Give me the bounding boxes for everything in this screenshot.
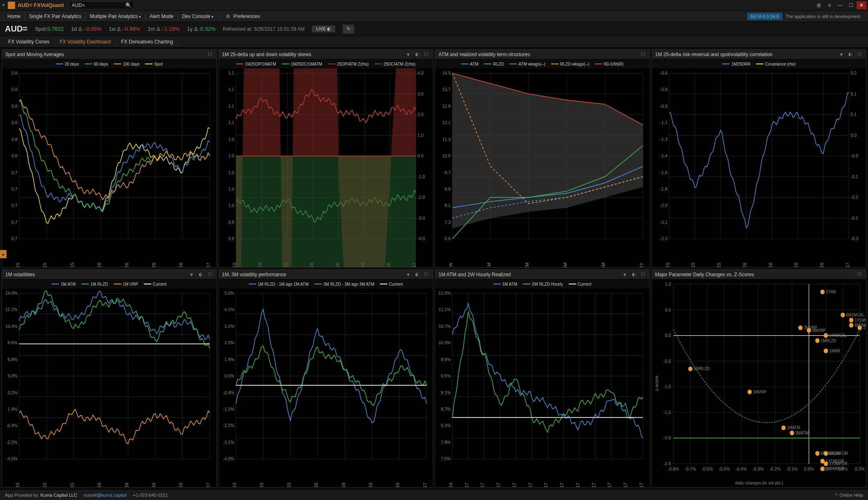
help-icon[interactable]: ? xyxy=(834,493,837,498)
link-icon[interactable]: ⚭ xyxy=(2,2,5,8)
svg-text:-0.5: -0.5 xyxy=(663,358,670,364)
menu-single-fx-pair-analytics[interactable]: Single FX Pair Analytics xyxy=(25,12,86,21)
maximize-panel-icon[interactable]: ☐ xyxy=(640,271,646,278)
svg-point-342 xyxy=(747,389,751,394)
svg-text:0.7: 0.7 xyxy=(11,219,18,225)
legend: 1M ATM2W RLZD HourlyCurrent xyxy=(435,280,650,289)
svg-text:7.9%: 7.9% xyxy=(441,439,451,445)
chart-body[interactable]: 1.00.50.0-0.5-1.0-1.5-2.0-2.5-0.8%-0.7%-… xyxy=(652,280,866,487)
tab-fx-volatility-dashboard[interactable]: FX Volatility Dashboard xyxy=(55,37,116,47)
filter-icon[interactable]: ▼ xyxy=(189,271,195,278)
svg-text:01-Dec 15: 01-Dec 15 xyxy=(70,262,74,267)
panel-title: Spot and Moving Averages xyxy=(5,52,207,57)
svg-text:13-Jan 17: 13-Jan 17 xyxy=(480,482,485,487)
svg-text:11.1%: 11.1% xyxy=(439,307,451,312)
panel-2: ATM and realized volatility term-structu… xyxy=(435,49,650,268)
svg-text:-0.3: -0.3 xyxy=(850,236,858,241)
svg-text:-2.5: -2.5 xyxy=(663,461,670,466)
maximize-panel-icon[interactable]: ☐ xyxy=(423,51,429,58)
chevron-down-icon: ▾ xyxy=(211,15,214,19)
online-help-link[interactable]: Online Help xyxy=(840,493,863,498)
legend-item: 1M VRP xyxy=(114,282,138,286)
toggle-icon[interactable]: ◐ xyxy=(198,271,204,278)
chart-body[interactable]: 0.80.80.80.80.80.80.70.70.70.70.704-Jun … xyxy=(2,68,216,267)
filter-icon[interactable]: ▼ xyxy=(838,51,845,58)
chart-body[interactable]: 11.5%11.1%10.7%10.3%9.9%9.5%9.1%8.7%8.3%… xyxy=(435,289,650,487)
svg-text:1.4%: 1.4% xyxy=(224,357,234,362)
svg-text:2.0: 2.0 xyxy=(417,112,423,117)
search-input[interactable] xyxy=(72,2,125,8)
tab-fx-volatility-cones[interactable]: FX Volatility Cones xyxy=(3,37,55,47)
legend: 1M ATM1M RLZD1M VRPCurrent xyxy=(2,280,216,289)
minimize-button[interactable]: — xyxy=(835,1,845,9)
live-badge[interactable]: LIVE ◐ xyxy=(312,25,335,32)
chart-body[interactable]: 5.0%4.1%3.2%2.3%1.4%0.5%-0.4%-1.3%-2.2%-… xyxy=(219,289,433,487)
panel-header: 1M 25-delta risk-reversal and spot/volat… xyxy=(652,50,866,59)
svg-point-346 xyxy=(790,431,794,436)
svg-text:06-Jan 17: 06-Jan 17 xyxy=(464,482,469,487)
refresh-button[interactable]: ↻ xyxy=(343,25,354,34)
svg-text:29-May 16: 29-May 16 xyxy=(124,262,129,267)
chart-body[interactable]: -0.6-0.8-0.9-1.1-1.3-1.4-1.6-1.8-2.0-2.1… xyxy=(652,68,866,267)
toggle-icon[interactable]: ◐ xyxy=(847,51,854,58)
svg-text:daily changes (in vol pts.): daily changes (in vol pts.) xyxy=(735,480,783,486)
svg-point-324 xyxy=(849,318,853,323)
contact-email[interactable]: russell@kuma.capital xyxy=(84,493,127,498)
maximize-panel-icon[interactable]: ☐ xyxy=(856,271,863,278)
svg-text:3.0: 3.0 xyxy=(417,91,423,96)
legend-item: 25DC/ATM Z(rhs) xyxy=(375,62,416,66)
tab-fx-derivatives-charting[interactable]: FX Derivatives Charting xyxy=(116,37,178,47)
svg-point-356 xyxy=(820,466,824,471)
svg-text:1.0: 1.0 xyxy=(417,132,423,138)
close-button[interactable]: ✕ xyxy=(857,1,866,9)
svg-text:0.7: 0.7 xyxy=(11,186,18,191)
toggle-icon[interactable]: ◐ xyxy=(414,51,420,58)
legend-item: ATM xyxy=(461,62,478,66)
search-icon[interactable]: 🔍 xyxy=(125,2,132,8)
svg-text:0.8: 0.8 xyxy=(11,136,18,142)
chart-body[interactable]: 1.11.11.11.11.01.01.01.01.00.90.94.03.02… xyxy=(219,68,433,267)
panel-5: 1M, 3M volatility performance ▼◐☐ 1M RLZ… xyxy=(218,269,434,488)
expand-handle[interactable]: ▸ xyxy=(0,250,7,258)
preferences-menu[interactable]: ⚙ Preferences xyxy=(222,12,264,21)
maximize-panel-icon[interactable]: ☐ xyxy=(207,51,213,58)
svg-text:0.9: 0.9 xyxy=(228,236,234,241)
legend-item: 60 days xyxy=(85,62,108,66)
maximize-button[interactable]: ☐ xyxy=(846,1,856,9)
svg-text:8.6%: 8.6% xyxy=(8,340,18,345)
filter-icon[interactable]: ▼ xyxy=(405,271,411,278)
statsbar: AUD= Spot:0.7622 1d Δ :-0.05% 1w Δ :-0.9… xyxy=(0,22,868,36)
svg-point-338 xyxy=(823,348,827,353)
svg-text:1.1: 1.1 xyxy=(228,103,234,109)
filter-icon[interactable]: ▼ xyxy=(622,271,628,278)
toggle-icon[interactable]: ◐ xyxy=(414,271,420,278)
svg-text:4.0: 4.0 xyxy=(417,70,423,76)
menu-dev-console[interactable]: Dev Console▾ xyxy=(178,12,218,21)
maximize-panel-icon[interactable]: ☐ xyxy=(423,271,429,278)
svg-text:-0.7%: -0.7% xyxy=(684,466,695,471)
svg-text:17-Feb 17: 17-Feb 17 xyxy=(560,482,564,487)
maximize-panel-icon[interactable]: ☐ xyxy=(207,271,213,278)
svg-text:7.3: 7.3 xyxy=(445,219,451,225)
maximize-panel-icon[interactable]: ☐ xyxy=(856,51,863,58)
legend-item: 1M RLZD - 1M ago 1M ATM xyxy=(249,282,309,286)
toggle-icon[interactable]: ◐ xyxy=(631,271,637,278)
svg-text:-1.0: -1.0 xyxy=(663,384,670,389)
maximize-panel-icon[interactable]: ☐ xyxy=(640,51,646,58)
search-box[interactable]: 🔍 xyxy=(69,1,134,9)
refreshed-time: 3/26/2017 10:31:39 AM xyxy=(254,26,304,32)
svg-text:0.0: 0.0 xyxy=(850,132,857,138)
layout-icon[interactable]: ⊞ xyxy=(814,1,824,9)
svg-point-330 xyxy=(798,325,802,330)
menu-alert-mode[interactable]: Alert Mode xyxy=(145,12,178,21)
svg-text:1.0: 1.0 xyxy=(228,186,234,191)
filter-icon[interactable]: ▼ xyxy=(405,51,411,58)
chart-body[interactable]: 14.513.712.912.111.310.59.78.98.17.36.51… xyxy=(435,68,650,267)
menu-multiple-pair-analytics[interactable]: Multiple Pair Analytics▾ xyxy=(86,12,145,21)
menu-home[interactable]: Home xyxy=(3,12,25,21)
svg-text:-4.0%: -4.0% xyxy=(6,456,17,461)
panel-header: 1M, 3M volatility performance ▼◐☐ xyxy=(219,270,433,280)
chart-body[interactable]: 14.0%12.2%10.4%8.6%6.8%5.0%3.2%1.4%-0.4%… xyxy=(2,289,216,487)
menu-icon[interactable]: ≡ xyxy=(825,1,834,9)
svg-text:27-Aug 16: 27-Aug 16 xyxy=(151,482,156,487)
